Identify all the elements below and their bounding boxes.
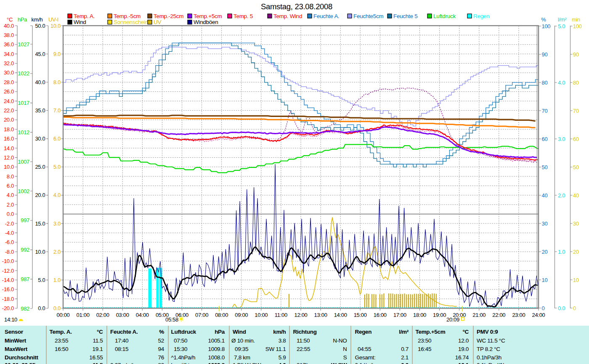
svg-text:02:00: 02:00 [96, 312, 109, 318]
svg-text:Temp.-25cm: Temp.-25cm [154, 13, 183, 19]
svg-text:Luftdruck: Luftdruck [433, 13, 456, 19]
svg-text:25.0: 25.0 [35, 164, 45, 170]
svg-text:°C: °C [7, 16, 13, 23]
svg-text:UV-I: UV-I [48, 16, 58, 23]
svg-text:45.0: 45.0 [35, 51, 45, 57]
svg-text:Windböen: Windböen [194, 19, 218, 25]
svg-text:14:10: 14:10 [4, 316, 17, 323]
svg-text:60: 60 [542, 136, 548, 142]
svg-text:-12.0: -12.0 [2, 268, 14, 274]
svg-text:36.0: 36.0 [4, 41, 14, 48]
svg-text:982: 982 [21, 306, 29, 312]
svg-text:2.0: 2.0 [558, 192, 565, 199]
svg-text:03:00: 03:00 [116, 312, 129, 318]
svg-text:-14.0: -14.0 [2, 277, 14, 283]
svg-text:24.0: 24.0 [4, 98, 14, 104]
svg-text:22.0: 22.0 [4, 107, 14, 114]
svg-text:8.0: 8.0 [53, 79, 61, 85]
svg-text:5.0: 5.0 [38, 277, 45, 283]
svg-text:28.0: 28.0 [4, 79, 14, 85]
svg-text:hPa: hPa [18, 16, 27, 23]
svg-text:4.0: 4.0 [53, 192, 61, 198]
svg-text:14:00: 14:00 [334, 312, 347, 318]
svg-text:30: 30 [573, 221, 579, 227]
svg-text:30.0: 30.0 [35, 136, 45, 142]
svg-text:10.0: 10.0 [4, 164, 14, 170]
svg-text:08:00: 08:00 [215, 312, 228, 318]
svg-text:90: 90 [542, 51, 548, 58]
svg-text:Feuchte5cm: Feuchte5cm [353, 13, 383, 19]
svg-text:20:09: 20:09 [446, 316, 459, 323]
svg-text:UV: UV [154, 19, 161, 25]
svg-text:1017: 1017 [18, 100, 29, 106]
svg-text:l/m²: l/m² [558, 16, 567, 23]
svg-text:2.0: 2.0 [7, 202, 14, 208]
svg-text:Wind: Wind [74, 19, 86, 25]
svg-text:1022: 1022 [18, 70, 29, 77]
svg-text:-10.0: -10.0 [2, 258, 14, 264]
svg-text:70: 70 [573, 108, 579, 114]
svg-text:1002: 1002 [18, 188, 29, 194]
svg-text:1007: 1007 [18, 159, 29, 165]
svg-text:100: 100 [542, 23, 551, 29]
svg-text:20: 20 [542, 249, 548, 255]
svg-text:Temp. A.: Temp. A. [74, 13, 95, 19]
svg-text:5.0: 5.0 [558, 23, 565, 29]
svg-text:38.0: 38.0 [4, 32, 14, 38]
svg-text:8.0: 8.0 [7, 173, 14, 180]
svg-text:Feuchte 5: Feuchte 5 [393, 13, 417, 19]
svg-text:-8.0: -8.0 [5, 249, 14, 255]
svg-text:0.0: 0.0 [7, 211, 14, 217]
svg-text:0: 0 [542, 305, 545, 311]
svg-text:km/h: km/h [32, 16, 43, 23]
svg-text:30.0: 30.0 [4, 69, 14, 76]
svg-text:Sonnenschein: Sonnenschein [114, 19, 148, 25]
svg-text:90: 90 [573, 51, 579, 58]
svg-text:50: 50 [542, 164, 548, 170]
svg-text:10.0: 10.0 [50, 23, 61, 29]
svg-text:04:00: 04:00 [136, 312, 149, 318]
svg-text:21:00: 21:00 [472, 312, 486, 318]
svg-text:10: 10 [573, 277, 579, 283]
svg-text:0.0: 0.0 [38, 305, 45, 311]
svg-text:1012: 1012 [18, 129, 29, 136]
svg-text:992: 992 [21, 247, 29, 253]
svg-text:24:00: 24:00 [532, 312, 545, 318]
svg-text:-20.0: -20.0 [2, 305, 14, 311]
svg-text:-18.0: -18.0 [2, 296, 14, 302]
svg-text:4.0: 4.0 [7, 192, 14, 198]
svg-text:-2.0: -2.0 [5, 221, 14, 227]
svg-text:20: 20 [573, 249, 579, 255]
svg-text:0: 0 [573, 305, 576, 311]
svg-text:50.0: 50.0 [35, 23, 45, 29]
svg-text:-4.0: -4.0 [5, 230, 14, 236]
svg-text:%: % [541, 16, 546, 23]
svg-text:7.0: 7.0 [53, 107, 61, 114]
svg-text:09:00: 09:00 [235, 312, 248, 318]
svg-text:Temp.+5cm: Temp.+5cm [194, 13, 222, 19]
svg-text:19:00: 19:00 [433, 312, 446, 318]
svg-text:10: 10 [542, 277, 548, 283]
svg-text:05:58: 05:58 [165, 316, 178, 323]
svg-text:987: 987 [21, 276, 29, 282]
svg-text:40.0: 40.0 [4, 23, 14, 29]
svg-text:1027: 1027 [18, 41, 29, 48]
svg-text:35.0: 35.0 [35, 107, 45, 114]
svg-text:0.0: 0.0 [53, 305, 61, 311]
svg-text:20.0: 20.0 [35, 192, 45, 198]
svg-text:100: 100 [573, 23, 582, 29]
svg-text:1.0: 1.0 [558, 249, 565, 255]
svg-text:13:00: 13:00 [314, 312, 327, 318]
svg-text:4.0: 4.0 [558, 80, 565, 86]
svg-text:11:00: 11:00 [275, 312, 287, 318]
svg-text:10:00: 10:00 [255, 312, 268, 318]
svg-text:Temp. Wind: Temp. Wind [273, 13, 302, 19]
svg-text:40: 40 [573, 192, 579, 199]
svg-text:Temp.-5cm: Temp.-5cm [114, 13, 141, 19]
svg-text:50: 50 [573, 164, 579, 170]
svg-text:12.0: 12.0 [4, 154, 14, 161]
svg-text:1.0: 1.0 [53, 277, 61, 283]
svg-text:23:00: 23:00 [512, 312, 525, 318]
svg-text:17:00: 17:00 [393, 312, 406, 318]
svg-text:-6.0: -6.0 [5, 239, 14, 245]
